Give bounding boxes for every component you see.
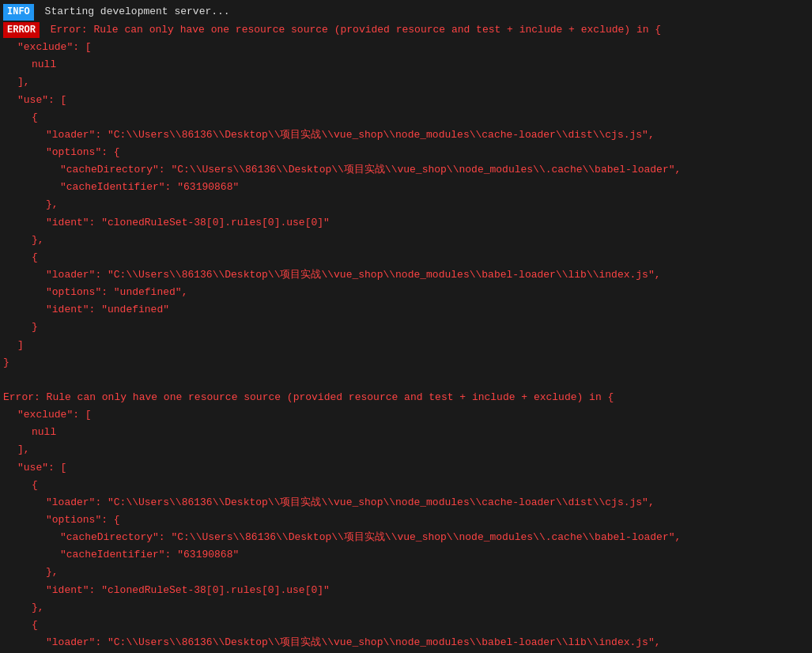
terminal-line: }, <box>0 564 812 581</box>
terminal-line: { <box>0 477 812 494</box>
info-badge: INFO <box>3 4 34 21</box>
terminal-line: } <box>0 319 812 336</box>
terminal-line: ERROR Error: Rule can only have one reso… <box>0 21 812 40</box>
line-text: Error: Rule can only have one resource s… <box>3 390 614 406</box>
line-text: "use": [ <box>17 92 66 108</box>
terminal-line: }, <box>0 599 812 617</box>
terminal-line: "ident": "clonedRuleSet-38[0].rules[0].u… <box>0 214 812 232</box>
line-text: "cacheIdentifier": "63190868" <box>60 179 239 195</box>
line-text: "ident": "clonedRuleSet-38[0].rules[0].u… <box>46 215 330 231</box>
terminal-line <box>0 372 812 389</box>
line-text: "cacheDirectory": "C:\\Users\\86136\\Des… <box>60 530 681 545</box>
line-text: "options": "undefined", <box>46 285 187 300</box>
line-text: Error: Rule can only have one resource s… <box>44 22 661 38</box>
terminal-line: ], <box>0 441 812 459</box>
terminal-line: ] <box>0 337 812 354</box>
line-text: { <box>32 110 38 126</box>
line-text: "cacheDirectory": "C:\\Users\\86136\\Des… <box>60 162 681 178</box>
terminal-line: "use": [ <box>0 459 812 477</box>
terminal-line: "loader": "C:\\Users\\86136\\Desktop\\项目… <box>0 126 812 144</box>
terminal-line: ], <box>0 74 812 91</box>
error-badge: ERROR <box>3 22 40 39</box>
terminal-line: "ident": "undefined" <box>0 301 812 319</box>
line-text: } <box>3 355 9 371</box>
line-text: }, <box>32 232 44 248</box>
line-text: ] <box>17 338 24 353</box>
line-text: "ident": "undefined" <box>46 302 169 318</box>
terminal-line: Error: Rule can only have one resource s… <box>0 389 812 406</box>
line-text: "ident": "clonedRuleSet-38[0].rules[0].u… <box>46 583 330 598</box>
terminal-window: INFO Starting development server...ERROR… <box>0 0 812 653</box>
line-text: "loader": "C:\\Users\\86136\\Desktop\\项目… <box>46 127 655 143</box>
terminal-line: null <box>0 56 812 74</box>
terminal-line: "cacheDirectory": "C:\\Users\\86136\\Des… <box>0 161 812 179</box>
line-text: Starting development server... <box>39 4 230 20</box>
terminal-line: "loader": "C:\\Users\\86136\\Desktop\\项目… <box>0 634 812 651</box>
line-text: "loader": "C:\\Users\\86136\\Desktop\\项目… <box>46 635 661 651</box>
line-text: }, <box>32 600 44 616</box>
line-text: { <box>32 617 38 633</box>
line-text: null <box>32 57 56 73</box>
terminal-line: "cacheIdentifier": "63190868" <box>0 546 812 564</box>
terminal-line: "use": [ <box>0 92 812 109</box>
line-text: ], <box>17 442 30 458</box>
terminal-line: }, <box>0 232 812 249</box>
terminal-line: "exclude": [ <box>0 406 812 424</box>
terminal-line: "options": { <box>0 144 812 161</box>
line-text: "options": { <box>46 512 120 528</box>
terminal-line: "cacheIdentifier": "63190868" <box>0 179 812 196</box>
line-text: { <box>32 477 38 493</box>
terminal-line: INFO Starting development server... <box>0 3 812 21</box>
line-text: "loader": "C:\\Users\\86136\\Desktop\\项目… <box>46 267 661 283</box>
terminal-line: "options": "undefined", <box>0 284 812 301</box>
terminal-line: { <box>0 617 812 634</box>
line-text: "options": { <box>46 145 120 160</box>
terminal-line: }, <box>0 196 812 213</box>
line-text: "exclude": [ <box>17 407 92 423</box>
line-text: "loader": "C:\\Users\\86136\\Desktop\\项目… <box>46 495 655 511</box>
terminal-line: } <box>0 354 812 372</box>
terminal-line: { <box>0 109 812 126</box>
terminal-line: "cacheDirectory": "C:\\Users\\86136\\Des… <box>0 529 812 546</box>
line-text: { <box>32 250 38 266</box>
terminal-line: "options": { <box>0 511 812 529</box>
line-text: }, <box>46 564 59 580</box>
terminal-line: "loader": "C:\\Users\\86136\\Desktop\\项目… <box>0 266 812 284</box>
line-text: "exclude": [ <box>17 40 92 55</box>
line-text: null <box>32 425 56 440</box>
line-text: "use": [ <box>17 460 66 476</box>
terminal-line: "loader": "C:\\Users\\86136\\Desktop\\项目… <box>0 494 812 511</box>
terminal-line: "exclude": [ <box>0 39 812 56</box>
line-text: } <box>32 319 38 335</box>
terminal-line: "ident": "clonedRuleSet-38[0].rules[0].u… <box>0 582 812 599</box>
terminal-line: null <box>0 424 812 441</box>
line-text: ], <box>17 74 30 90</box>
line-text: }, <box>46 197 59 213</box>
line-text: "cacheIdentifier": "63190868" <box>60 547 239 563</box>
terminal-line: { <box>0 249 812 266</box>
